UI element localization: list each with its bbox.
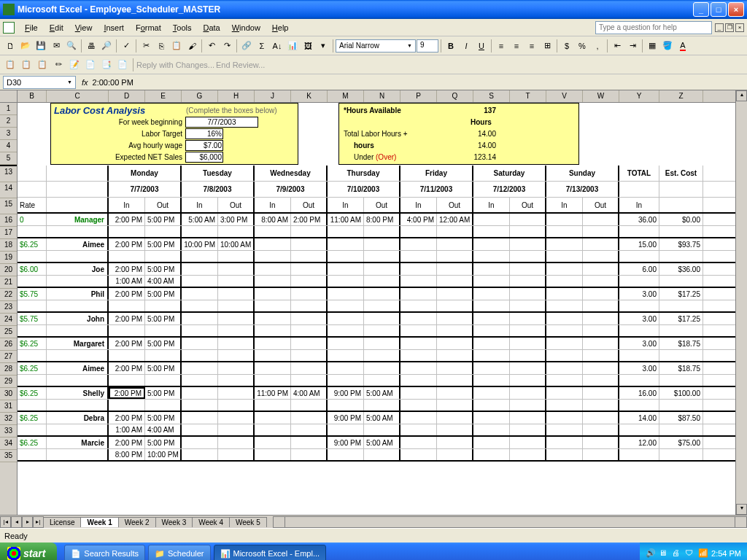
shift-in-cell[interactable] (473, 288, 510, 300)
cell[interactable]: In (619, 198, 659, 212)
shift-in-cell[interactable] (255, 263, 291, 275)
shift-out-cell[interactable] (291, 276, 328, 287)
shift-out-cell[interactable]: 5:00 AM (364, 437, 400, 448)
shift-in-cell[interactable] (546, 276, 583, 287)
out-header[interactable]: Out (218, 198, 255, 212)
total-cell[interactable]: 6.00 (619, 263, 659, 275)
column-header[interactable]: Y (619, 90, 659, 102)
menu-insert[interactable]: Insert (98, 22, 130, 34)
shift-in-cell[interactable] (182, 226, 218, 237)
shift-in-cell[interactable] (109, 400, 145, 411)
in-header[interactable]: In (182, 198, 218, 212)
align-left-icon[interactable]: ≡ (494, 39, 508, 53)
shift-in-cell[interactable]: 11:00 AM (328, 214, 364, 225)
shift-out-cell[interactable] (364, 400, 400, 411)
menu-data[interactable]: Data (197, 22, 225, 34)
cell[interactable] (47, 300, 109, 311)
shift-in-cell[interactable] (182, 449, 218, 460)
row-header[interactable]: 22 (0, 289, 17, 301)
column-header[interactable]: G (182, 90, 218, 102)
drawing-icon[interactable]: 🖼 (301, 39, 315, 53)
shift-out-cell[interactable]: 5:00 PM (145, 387, 182, 399)
shift-in-cell[interactable] (328, 300, 364, 311)
shift-out-cell[interactable] (218, 338, 255, 349)
shift-in-cell[interactable] (328, 338, 364, 349)
mdi-restore-button[interactable]: ❐ (725, 23, 734, 32)
cell[interactable] (18, 375, 47, 386)
shift-in-cell[interactable]: 1:00 AM (109, 276, 145, 287)
out-header[interactable]: Out (291, 198, 328, 212)
shift-in-cell[interactable] (473, 375, 510, 386)
cell[interactable] (18, 325, 47, 336)
cell[interactable] (619, 251, 659, 262)
shift-in-cell[interactable] (182, 437, 218, 448)
row-header[interactable]: 23 (0, 301, 17, 314)
shift-in-cell[interactable]: 8:00 AM (255, 214, 291, 225)
shift-in-cell[interactable] (546, 350, 583, 361)
shift-in-cell[interactable] (473, 276, 510, 287)
cell[interactable] (619, 350, 659, 361)
shift-out-cell[interactable] (583, 325, 619, 336)
row-header[interactable]: 21 (0, 276, 17, 289)
shift-out-cell[interactable]: 10:00 AM (218, 238, 255, 250)
shift-in-cell[interactable] (473, 387, 510, 399)
date-header[interactable]: 7/9/2003 (255, 182, 328, 197)
cell[interactable] (619, 400, 659, 411)
mdi-minimize-button[interactable]: _ (715, 23, 724, 32)
shift-out-cell[interactable]: 5:00 PM (145, 338, 182, 349)
shift-in-cell[interactable] (328, 288, 364, 300)
shift-out-cell[interactable] (364, 276, 400, 287)
row-header[interactable]: 15 (0, 198, 17, 214)
row-header[interactable]: 31 (0, 400, 17, 413)
cost-cell[interactable]: $87.50 (659, 412, 703, 424)
shift-out-cell[interactable] (510, 375, 546, 386)
shift-out-cell[interactable] (583, 338, 619, 349)
shift-out-cell[interactable] (291, 350, 328, 361)
shift-out-cell[interactable] (364, 362, 400, 374)
out-header[interactable]: Out (364, 198, 400, 212)
row-header[interactable]: 2 (0, 115, 17, 128)
shift-out-cell[interactable] (437, 387, 473, 399)
cell[interactable] (47, 182, 109, 197)
shift-in-cell[interactable]: 8:00 PM (109, 449, 145, 460)
shift-out-cell[interactable] (291, 300, 328, 311)
column-header[interactable]: M (328, 90, 364, 102)
cell[interactable] (18, 350, 47, 361)
vertical-scrollbar[interactable]: ▴ ▾ (735, 90, 747, 515)
cost-cell[interactable]: $17.25 (659, 288, 703, 300)
shift-out-cell[interactable] (218, 400, 255, 411)
shift-out-cell[interactable] (291, 288, 328, 300)
horizontal-scrollbar[interactable] (273, 516, 747, 528)
row-header[interactable]: 20 (0, 264, 17, 276)
shift-out-cell[interactable] (510, 387, 546, 399)
shift-out-cell[interactable]: 4:00 AM (145, 424, 182, 435)
shift-in-cell[interactable] (255, 449, 291, 460)
shift-in-cell[interactable] (182, 276, 218, 287)
shift-out-cell[interactable] (291, 362, 328, 374)
shift-out-cell[interactable] (510, 214, 546, 225)
select-all-button[interactable] (0, 90, 18, 102)
cell[interactable] (18, 449, 47, 460)
tab-next-button[interactable]: ▸ (22, 516, 33, 528)
shift-out-cell[interactable] (437, 300, 473, 311)
shift-out-cell[interactable] (218, 375, 255, 386)
shift-out-cell[interactable] (437, 263, 473, 275)
sheet-tab[interactable]: Week 5 (229, 517, 267, 527)
column-header[interactable]: J (255, 90, 291, 102)
shift-out-cell[interactable] (218, 350, 255, 361)
shift-in-cell[interactable] (182, 251, 218, 262)
document-icon[interactable] (3, 22, 15, 34)
new-icon[interactable]: 🗋 (3, 39, 18, 53)
shift-out-cell[interactable] (218, 412, 255, 424)
shift-in-cell[interactable] (182, 400, 218, 411)
shift-in-cell[interactable] (473, 437, 510, 448)
shift-in-cell[interactable] (182, 350, 218, 361)
shift-in-cell[interactable] (473, 350, 510, 361)
shift-out-cell[interactable] (583, 412, 619, 424)
shift-in-cell[interactable] (400, 449, 437, 460)
shift-out-cell[interactable] (364, 288, 400, 300)
shift-in-cell[interactable] (182, 263, 218, 275)
row-header[interactable]: 24 (0, 314, 17, 326)
shift-out-cell[interactable] (437, 400, 473, 411)
shift-out-cell[interactable] (291, 412, 328, 424)
